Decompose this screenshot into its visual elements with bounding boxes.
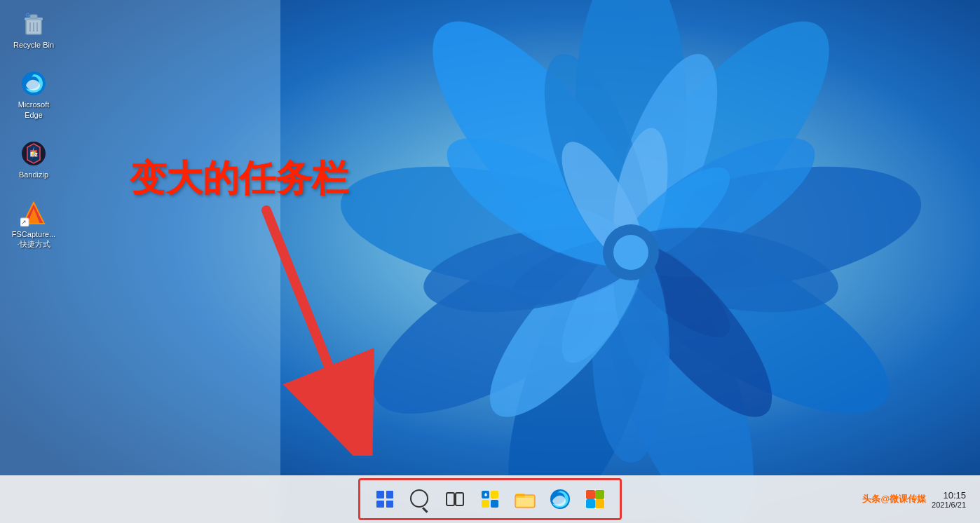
recycle-bin-image: ♻	[20, 10, 48, 38]
store-icon	[584, 488, 606, 510]
svg-rect-58	[517, 498, 533, 506]
start-button[interactable]	[370, 484, 400, 514]
taskview-icon	[445, 489, 465, 509]
edge-image	[20, 69, 48, 97]
svg-rect-52	[482, 500, 489, 508]
svg-rect-33	[30, 15, 37, 18]
svg-text:↗: ↗	[21, 219, 27, 226]
bandizip-icon[interactable]: Bz Bandizip	[6, 137, 62, 182]
desktop: ♻ Recycle Bin Microsoft Edge	[0, 0, 980, 523]
widgets-icon	[480, 489, 500, 509]
taskbar: 头条@微课传媒 10:15 2021/6/21	[0, 475, 980, 523]
edge-label: Microsoft Edge	[8, 100, 59, 120]
svg-text:♻: ♻	[25, 12, 30, 18]
svg-rect-53	[491, 500, 498, 508]
desktop-icons: ♻ Recycle Bin Microsoft Edge	[0, 0, 62, 252]
edge-taskbar-button[interactable]	[545, 484, 575, 514]
bandizip-label: Bandizip	[19, 170, 48, 179]
svg-rect-64	[586, 499, 595, 508]
fileexplorer-button[interactable]	[510, 484, 540, 514]
fscapture-icon[interactable]: ↗ FSCapture... ·快捷方式	[6, 196, 62, 252]
tray-time-display: 10:15	[943, 490, 966, 501]
search-icon	[410, 489, 428, 508]
taskview-button[interactable]	[440, 484, 470, 514]
brand-logo: 头条@微课传媒	[862, 493, 926, 505]
folder-icon	[514, 488, 536, 510]
svg-rect-48	[447, 493, 454, 505]
svg-rect-49	[456, 493, 463, 505]
red-arrow	[210, 189, 393, 456]
tray-date-display: 2021/6/21	[932, 501, 966, 509]
search-icon-container	[410, 489, 430, 509]
search-button[interactable]	[405, 484, 435, 514]
tray-clock[interactable]: 10:15 2021/6/21	[932, 490, 966, 509]
svg-rect-63	[595, 490, 604, 499]
svg-rect-62	[586, 490, 595, 499]
edge-icon[interactable]: Microsoft Edge	[6, 67, 62, 123]
svg-rect-65	[595, 499, 604, 508]
system-tray: 头条@微课传媒 10:15 2021/6/21	[862, 475, 973, 523]
recycle-bin-label: Recycle Bin	[13, 40, 54, 50]
fscapture-label: FSCapture... ·快捷方式	[12, 229, 55, 250]
svg-rect-51	[491, 491, 498, 498]
svg-line-47	[266, 210, 351, 421]
bandizip-image: Bz	[20, 140, 48, 168]
taskbar-center	[358, 478, 622, 520]
recycle-bin-icon[interactable]: ♻ Recycle Bin	[6, 7, 62, 53]
fscapture-image: ↗	[20, 199, 48, 227]
edge-taskbar-icon	[549, 488, 571, 510]
svg-rect-57	[515, 494, 525, 498]
wallpaper	[0, 0, 980, 523]
windows-logo	[376, 491, 393, 508]
brand-text: 头条@微课传媒	[862, 493, 926, 505]
svg-point-29	[613, 235, 648, 270]
widgets-button[interactable]	[475, 484, 505, 514]
store-button[interactable]	[580, 484, 610, 514]
